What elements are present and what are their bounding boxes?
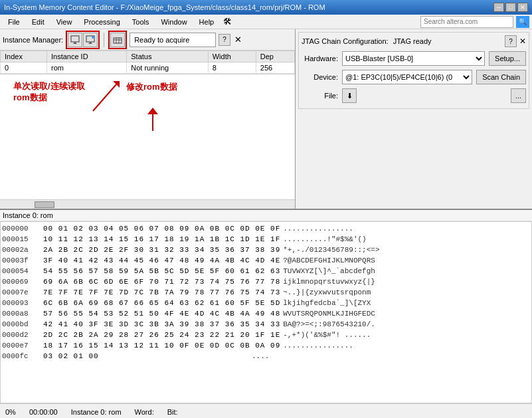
hex-ascii: *+,-./0123456789::;<=> xyxy=(283,245,379,255)
hex-bytes: 57 56 55 54 53 52 51 50 4F 4E 4D 4C 4B 4… xyxy=(43,308,280,319)
instance-table-container: Index Instance ID Status Width Dep 0 rom… xyxy=(0,51,295,74)
read-buttons-group xyxy=(66,31,100,49)
menu-window[interactable]: Window xyxy=(155,17,192,27)
jtag-help-button[interactable]: ? xyxy=(505,35,517,47)
right-panel: JTAG Chain Configuration: JTAG ready ? ✕… xyxy=(296,29,532,209)
hex-address: 00007e xyxy=(2,287,41,298)
hex-line: 00005454 55 56 57 58 59 5A 5B 5C 5D 5E 5… xyxy=(2,266,530,276)
svg-rect-7 xyxy=(114,38,122,43)
horizontal-scrollbar[interactable] xyxy=(0,199,295,209)
scan-chain-button[interactable]: Scan Chain xyxy=(476,70,526,84)
toolbar: Instance Manager: Ready to acqu xyxy=(0,29,295,51)
hex-address: 000054 xyxy=(2,266,41,276)
instance-label: Instance 0: rom xyxy=(0,210,532,221)
time-label: 00:00:00 xyxy=(29,408,58,416)
cell-index: 0 xyxy=(1,62,47,74)
menu-edit[interactable]: Edit xyxy=(27,17,50,27)
status-field: Ready to acquire xyxy=(130,33,216,47)
svg-line-11 xyxy=(93,84,116,111)
search-input[interactable] xyxy=(420,16,513,28)
read-annotation: 单次读取/连续读取rom数据 xyxy=(13,81,85,104)
single-read-button[interactable] xyxy=(68,33,82,47)
edit-annotation: 修改rom数据 xyxy=(126,81,177,93)
hex-ascii: ..........!"#$%&'() xyxy=(283,234,366,245)
hex-line: 00002a2A 2B 2C 2D 2E 2F 30 31 32 33 34 3… xyxy=(2,245,530,255)
jtag-close-button[interactable]: ✕ xyxy=(519,37,526,46)
hardware-select[interactable]: USB-Blaster [USB-0] xyxy=(342,51,485,66)
hex-bytes: 54 55 56 57 58 59 5A 5B 5C 5D 5E 5F 60 6… xyxy=(43,266,280,276)
hex-line: 00003f3F 40 41 42 43 44 45 46 47 48 49 4… xyxy=(2,255,530,266)
title-bar-buttons: ─ □ ✕ xyxy=(493,3,528,12)
hex-ascii: TUVWXYZ[\]^_`abcdefgh xyxy=(283,266,375,276)
title-bar-text: In-System Memory Content Editor - F:/Xia… xyxy=(4,3,325,11)
continuous-read-button[interactable] xyxy=(83,33,98,47)
menu-processing[interactable]: Processing xyxy=(78,17,125,27)
hex-line: 0000a857 56 55 54 53 52 51 50 4F 4E 4D 4… xyxy=(2,308,530,319)
minimize-button[interactable]: ─ xyxy=(493,3,504,12)
toolbar-close-button[interactable]: ✕ xyxy=(234,35,242,45)
hex-line: 0000fc03 02 01 00.... xyxy=(2,351,530,362)
menu-file[interactable]: File xyxy=(3,17,25,27)
setup-button[interactable]: Setup... xyxy=(489,51,526,66)
hardware-row: Hardware: USB-Blaster [USB-0] Setup... xyxy=(302,51,526,66)
hex-address: 0000e7 xyxy=(2,340,41,351)
hex-ascii: ................ xyxy=(283,340,353,351)
cell-status: Not running xyxy=(127,62,208,74)
jtag-config-label: JTAG Chain Configuration: JTAG ready xyxy=(302,37,432,45)
hex-address: 0000d2 xyxy=(2,330,41,340)
close-button[interactable]: ✕ xyxy=(517,3,528,12)
hex-ascii: ijklmnopqrstuvwxyz{|} xyxy=(283,276,375,287)
menu-view[interactable]: View xyxy=(51,17,78,27)
cell-instance-id: rom xyxy=(46,62,126,74)
toolbar-help-button[interactable]: ? xyxy=(219,34,230,46)
svg-rect-0 xyxy=(71,36,79,42)
hex-bytes: 2D 2C 2B 2A 29 28 27 26 25 24 23 22 21 2… xyxy=(43,330,280,340)
hex-bytes: 18 17 16 15 14 13 12 11 10 0F 0E 0D 0C 0… xyxy=(43,340,280,351)
file-download-button[interactable]: ⬇ xyxy=(342,88,357,103)
menu-tools[interactable]: Tools xyxy=(127,17,155,27)
hardware-label: Hardware: xyxy=(302,54,338,62)
device-select[interactable]: @1: EP3C(10|5)/EP4CE(10|6) (0 xyxy=(342,70,472,84)
col-status: Status xyxy=(127,51,208,62)
hex-bytes: 10 11 12 13 14 15 16 17 18 19 1A 1B 1C 1… xyxy=(43,234,280,245)
file-label: File: xyxy=(302,92,338,100)
table-row[interactable]: 0 rom Not running 8 256 xyxy=(1,62,295,74)
hex-line: 0000bd42 41 40 3F 3E 3D 3C 3B 3A 39 38 3… xyxy=(2,319,530,330)
hex-line: 00007e7E 7F 7E 7F 7E 7D 7C 7B 7A 79 78 7… xyxy=(2,287,530,298)
hex-bytes: 2A 2B 2C 2D 2E 2F 30 31 32 33 34 35 36 3… xyxy=(43,245,280,255)
cell-dep: 256 xyxy=(256,62,294,74)
hex-line: 00006969 6A 6B 6C 6D 6E 6F 70 71 72 73 7… xyxy=(2,276,530,287)
search-button[interactable]: 🔍 xyxy=(516,16,529,28)
col-instance-id: Instance ID xyxy=(46,51,126,62)
col-width: Width xyxy=(208,51,256,62)
hex-address: 000069 xyxy=(2,276,41,287)
hex-bytes: 3F 40 41 42 43 44 45 46 47 48 49 4A 4B 4… xyxy=(43,255,280,266)
jtag-panel: JTAG Chain Configuration: JTAG ready ? ✕… xyxy=(298,32,529,109)
hex-editor[interactable]: 00000000 01 02 03 04 05 06 07 08 09 0A 0… xyxy=(0,221,532,403)
edit-button-group xyxy=(108,31,127,49)
hex-ascii: -,+*)('&%$#"! ...... xyxy=(283,330,371,340)
toolbar-separator xyxy=(104,33,104,47)
hex-line: 00000000 01 02 03 04 05 06 07 08 09 0A 0… xyxy=(2,223,530,234)
read-arrow xyxy=(86,78,126,118)
word-label: Word: xyxy=(135,408,154,416)
maximize-button[interactable]: □ xyxy=(505,3,516,12)
device-row: Device: @1: EP3C(10|5)/EP4CE(10|6) (0 Sc… xyxy=(302,70,526,84)
hex-ascii: .... xyxy=(252,351,269,362)
menu-help[interactable]: Help xyxy=(194,17,220,27)
hex-address: 000000 xyxy=(2,223,41,234)
help-icon[interactable]: 🛠 xyxy=(223,17,232,27)
scroll-thumb[interactable] xyxy=(35,201,54,208)
hex-address: 0000bd xyxy=(2,319,41,330)
hex-bytes: 69 6A 6B 6C 6D 6E 6F 70 71 72 73 74 75 7… xyxy=(43,276,280,287)
hex-line: 0000e718 17 16 15 14 13 12 11 10 0F 0E 0… xyxy=(2,340,530,351)
edit-arrow xyxy=(139,108,166,134)
title-bar: In-System Memory Content Editor - F:/Xia… xyxy=(0,0,532,15)
file-browse-button[interactable]: ... xyxy=(511,88,526,103)
file-row: File: ⬇ ... xyxy=(302,88,526,103)
svg-point-6 xyxy=(92,36,94,39)
hex-address: 000093 xyxy=(2,298,41,308)
hex-address: 00002a xyxy=(2,245,41,255)
edit-rom-button[interactable] xyxy=(110,33,125,47)
hex-address: 0000a8 xyxy=(2,308,41,319)
